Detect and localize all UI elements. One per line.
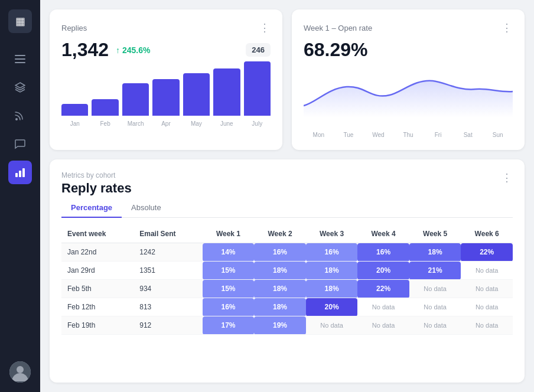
- bar-col-jan: Jan: [61, 104, 88, 127]
- openrate-label-sun: Sun: [483, 132, 513, 138]
- svg-rect-0: [15, 55, 25, 56]
- col-header-week-5: Week 5: [409, 225, 461, 243]
- bar-label-june: June: [220, 120, 233, 127]
- bar-may: [183, 73, 210, 116]
- bar-label-july: July: [252, 120, 262, 127]
- cell-week-5: No data: [409, 298, 461, 316]
- cell-week-3: 20%: [306, 298, 358, 316]
- bar-col-july: July: [244, 61, 271, 127]
- cell-email-sent: 912: [134, 316, 202, 335]
- col-header-week-3: Week 3: [306, 225, 358, 243]
- cell-week-1: 14%: [203, 243, 255, 262]
- replies-title: Replies: [61, 24, 87, 32]
- bar-col-may: May: [183, 73, 210, 127]
- cell-week-1: 17%: [203, 316, 255, 335]
- user-avatar[interactable]: [9, 361, 31, 383]
- cell-week-2: 18%: [254, 280, 306, 298]
- cell-week-4: No data: [357, 298, 409, 316]
- metrics-menu-button[interactable]: ⋮: [502, 171, 513, 184]
- bar-apr: [152, 79, 179, 116]
- svg-rect-4: [15, 173, 18, 177]
- replies-badge: 246: [246, 43, 271, 57]
- cell-email-sent: 1351: [134, 262, 202, 280]
- bar-col-march: March: [122, 83, 149, 127]
- cell-email-sent: 1242: [134, 243, 202, 262]
- cell-week-3: No data: [306, 316, 358, 335]
- svg-point-3: [15, 118, 18, 120]
- cell-week-6: No data: [461, 262, 513, 280]
- cell-email-sent: 934: [134, 280, 202, 298]
- replies-card-header: Replies ⋮: [61, 21, 271, 34]
- cell-event-week: Feb 19th: [61, 316, 134, 335]
- bar-label-jan: Jan: [70, 120, 80, 127]
- cell-week-3: 18%: [306, 280, 358, 298]
- openrate-label-wed: Wed: [363, 132, 393, 138]
- bar-label-may: May: [191, 120, 202, 127]
- tab-percentage[interactable]: Percentage: [61, 198, 122, 218]
- col-header-week-1: Week 1: [203, 225, 255, 243]
- svg-rect-2: [15, 62, 25, 63]
- sidebar-bottom: [9, 361, 31, 383]
- bar-col-june: June: [213, 68, 240, 127]
- cell-week-5: 18%: [409, 243, 461, 262]
- svg-rect-5: [19, 171, 21, 177]
- cell-week-5: 21%: [409, 262, 461, 280]
- metrics-title: Reply rates: [61, 181, 132, 196]
- metrics-card: Metrics by cohort Reply rates ⋮ Percenta…: [50, 159, 525, 383]
- openrate-metric-row: 68.29%: [304, 39, 513, 61]
- table-row: Feb 19th91217%19%No dataNo dataNo dataNo…: [61, 316, 513, 335]
- metrics-card-header: Metrics by cohort Reply rates ⋮: [61, 171, 513, 196]
- cell-week-6: No data: [461, 280, 513, 298]
- cell-week-6: No data: [461, 316, 513, 335]
- logo-icon: ▦: [15, 15, 25, 28]
- sidebar-item-layers[interactable]: [8, 76, 32, 99]
- col-header-email-sent: Email Sent: [134, 225, 202, 243]
- openrate-value: 68.29%: [304, 39, 368, 61]
- table-row: Feb 5th93415%18%18%22%No dataNo data: [61, 280, 513, 298]
- replies-value: 1,342: [61, 39, 109, 61]
- cell-week-1: 15%: [203, 262, 255, 280]
- cell-week-6: 22%: [461, 243, 513, 262]
- bar-col-apr: Apr: [152, 79, 179, 127]
- cell-email-sent: 813: [134, 298, 202, 316]
- cell-week-2: 16%: [254, 243, 306, 262]
- sidebar-item-menu[interactable]: [8, 47, 32, 71]
- svg-point-8: [17, 366, 24, 373]
- openrate-menu-button[interactable]: ⋮: [502, 21, 513, 34]
- metrics-header-text: Metrics by cohort Reply rates: [61, 171, 132, 196]
- bar-feb: [92, 99, 118, 116]
- replies-metric-row: 1,342 ↑ 245.6% 246: [61, 39, 271, 61]
- metrics-table: Event weekEmail SentWeek 1Week 2Week 3We…: [61, 225, 513, 335]
- sidebar-logo[interactable]: ▦: [8, 9, 32, 33]
- cell-week-5: No data: [409, 316, 461, 335]
- bar-label-apr: Apr: [161, 120, 171, 127]
- openrate-label-thu: Thu: [393, 132, 424, 138]
- sidebar-item-chat[interactable]: [8, 132, 32, 156]
- replies-change: ↑ 245.6%: [116, 45, 150, 55]
- sidebar-item-chart[interactable]: [8, 161, 32, 184]
- replies-menu-button[interactable]: ⋮: [259, 21, 271, 34]
- svg-rect-1: [15, 58, 25, 60]
- sidebar-item-rss[interactable]: [8, 104, 32, 128]
- cell-week-6: No data: [461, 298, 513, 316]
- metrics-subtitle: Metrics by cohort: [61, 171, 132, 179]
- top-row: Replies ⋮ 1,342 ↑ 245.6% 246 JanFebMarch…: [50, 9, 525, 150]
- cell-event-week: Feb 5th: [61, 280, 134, 298]
- cell-week-1: 16%: [203, 298, 255, 316]
- cell-week-1: 15%: [203, 280, 255, 298]
- bar-label-feb: Feb: [100, 120, 110, 127]
- table-row: Jan 29rd135115%18%18%20%21%No data: [61, 262, 513, 280]
- cell-week-4: No data: [357, 316, 409, 335]
- metrics-table-wrapper[interactable]: Event weekEmail SentWeek 1Week 2Week 3We…: [61, 225, 513, 371]
- cell-week-4: 22%: [357, 280, 409, 298]
- cell-week-2: 18%: [254, 298, 306, 316]
- main-content: Replies ⋮ 1,342 ↑ 245.6% 246 JanFebMarch…: [40, 0, 534, 392]
- col-header-week-6: Week 6: [461, 225, 513, 243]
- cell-week-2: 18%: [254, 262, 306, 280]
- tab-absolute[interactable]: Absolute: [122, 198, 171, 218]
- openrate-chart-labels: MonTueWedThuFriSatSun: [304, 132, 513, 138]
- cell-week-3: 18%: [306, 262, 358, 280]
- bar-col-feb: Feb: [92, 99, 118, 127]
- bar-jan: [61, 104, 88, 116]
- openrate-label-fri: Fri: [423, 132, 453, 138]
